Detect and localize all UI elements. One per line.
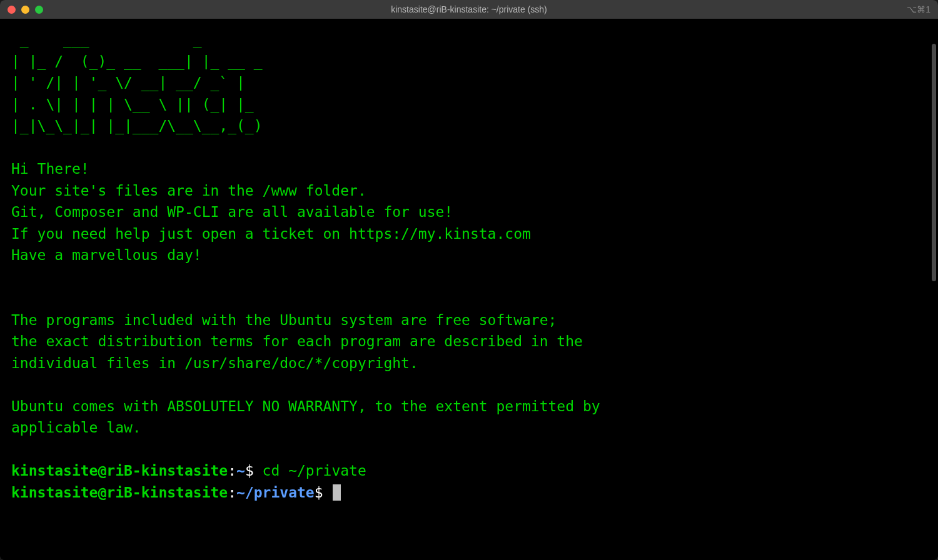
motd-line: If you need help just open a ticket on h…	[11, 226, 531, 242]
window-title: kinstasite@riB-kinstasite: ~/private (ss…	[391, 4, 547, 14]
prompt-path: ~	[236, 462, 245, 479]
titlebar: kinstasite@riB-kinstasite: ~/private (ss…	[0, 0, 938, 19]
motd-greeting: Hi There!	[11, 161, 89, 177]
ubuntu-notice: the exact distribution terms for each pr…	[11, 333, 583, 349]
ascii-art-logo: _ ___ _ | |_ / (_)_ __ ___| |_ __ _ | ' …	[11, 31, 263, 134]
minimize-button[interactable]	[21, 6, 29, 14]
terminal-cursor	[333, 484, 341, 501]
terminal-output: _ ___ _ | |_ / (_)_ __ ___| |_ __ _ | ' …	[11, 29, 927, 503]
terminal-body[interactable]: _ ___ _ | |_ / (_)_ __ ___| |_ __ _ | ' …	[0, 19, 938, 560]
ubuntu-notice: applicable law.	[11, 419, 141, 436]
traffic-lights	[8, 6, 43, 14]
prompt-user: kinstasite@riB-kinstasite	[11, 484, 228, 501]
motd-line: Have a marvellous day!	[11, 247, 202, 263]
command-text: cd ~/private	[263, 462, 366, 479]
motd-line: Git, Composer and WP-CLI are all availab…	[11, 204, 453, 220]
prompt-separator: :	[228, 462, 236, 479]
ubuntu-notice: individual files in /usr/share/doc/*/cop…	[11, 355, 418, 371]
prompt-path: ~/private	[236, 484, 315, 501]
close-button[interactable]	[8, 6, 16, 14]
prompt-separator: :	[228, 484, 236, 501]
prompt-user: kinstasite@riB-kinstasite	[11, 462, 228, 479]
shortcut-hint: ⌥⌘1	[907, 4, 930, 14]
prompt-dollar: $	[245, 462, 263, 479]
terminal-window: kinstasite@riB-kinstasite: ~/private (ss…	[0, 0, 938, 560]
motd-line: Your site's files are in the /www folder…	[11, 182, 366, 199]
prompt-dollar: $	[315, 484, 332, 501]
ubuntu-notice: Ubuntu comes with ABSOLUTELY NO WARRANTY…	[11, 398, 600, 414]
scrollbar[interactable]	[932, 44, 936, 281]
ubuntu-notice: The programs included with the Ubuntu sy…	[11, 312, 557, 328]
maximize-button[interactable]	[35, 6, 43, 14]
